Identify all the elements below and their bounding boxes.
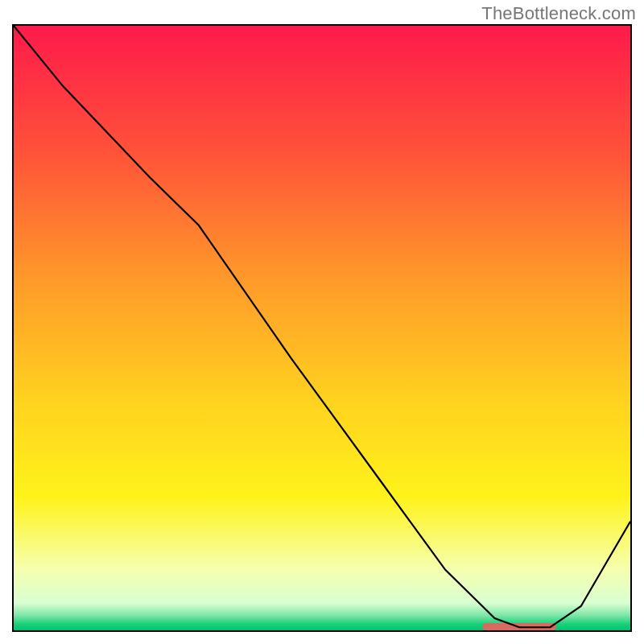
watermark-text: TheBottleneck.com: [481, 3, 636, 24]
chart-svg: [14, 26, 630, 630]
plot-area: [12, 24, 632, 632]
background-gradient: [14, 26, 630, 630]
chart-container: TheBottleneck.com: [0, 0, 644, 644]
